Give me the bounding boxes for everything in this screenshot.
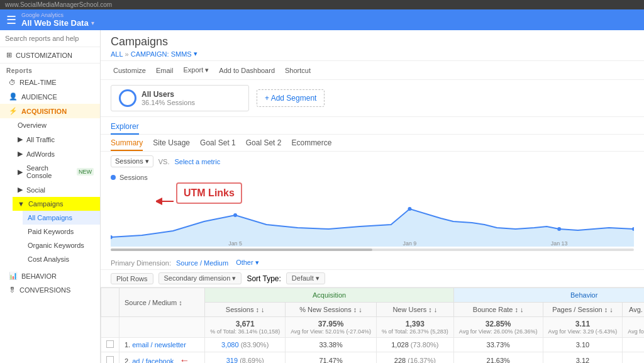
sidebar-search-container (0, 30, 100, 47)
alltraffic-label: All Traffic (26, 136, 55, 143)
breadcrumb-separator: » (125, 50, 129, 58)
legend-dot (111, 175, 116, 180)
sidebar-item-campaigns[interactable]: ▼ Campaigns (13, 197, 100, 211)
sidebar: ⊞ CUSTOMIZATION Reports ⏱ REAL-TIME 👤 AU… (0, 30, 101, 363)
sidebar-item-searchconsole[interactable]: ▶ Search Console NEW (13, 161, 100, 182)
grid-icon: ⊞ (6, 51, 12, 59)
organickeywords-label: Organic Keywords (28, 242, 84, 249)
realtime-label: REAL-TIME (19, 79, 57, 86)
header-dropdown[interactable]: ▾ (91, 20, 94, 26)
sidebar-item-organickeywords[interactable]: Organic Keywords (23, 238, 100, 252)
table-container: Source / Medium ↕ Acquisition Behavior C… (101, 288, 644, 363)
toolbar: Customize Email Export ▾ Add to Dashboar… (101, 61, 644, 80)
row-avg-duration: 00:01:57 (623, 352, 644, 364)
breadcrumb-dropdown[interactable]: ▾ (194, 50, 197, 58)
chart-controls: Sessions ▾ VS. Select a metric (101, 152, 644, 171)
row-checkbox[interactable] (101, 338, 119, 352)
tab-summary[interactable]: Summary (111, 136, 143, 151)
sidebar-item-costanalysis[interactable]: Cost Analysis (23, 252, 100, 266)
sidebar-item-acquisition[interactable]: ⚡ ACQUISITION (0, 104, 100, 118)
th-source-medium[interactable]: Source / Medium ↕ (119, 288, 205, 317)
row-new-users: 1,028 (73.80%) (376, 338, 453, 352)
sidebar-item-paidkeywords[interactable]: Paid Keywords (23, 225, 100, 238)
export-button[interactable]: Export ▾ (180, 65, 211, 75)
tab-siteusage[interactable]: Site Usage (153, 136, 190, 151)
sidebar-item-behavior[interactable]: 📊 BEHAVIOR (0, 269, 100, 283)
metric1-select[interactable]: Sessions ▾ (111, 155, 153, 167)
sidebar-item-social[interactable]: ▶ Social (13, 182, 100, 197)
row-checkbox[interactable] (101, 352, 119, 364)
tab-goalset2[interactable]: Goal Set 2 (246, 136, 282, 151)
th-sessions[interactable]: Sessions ↕ ↓ (205, 303, 286, 317)
th-pages-session[interactable]: Pages / Session ↕ ↓ (543, 303, 623, 317)
total-pages-session-note: Avg for View: 3.29 (-5.43%) (548, 328, 618, 335)
email-button[interactable]: Email (153, 65, 176, 75)
sidebar-item-adwords[interactable]: ▶ AdWords (13, 147, 100, 161)
explorer-tabs: Explorer (101, 117, 644, 135)
breadcrumb-all[interactable]: ALL (111, 50, 123, 58)
th-new-sessions[interactable]: % New Sessions ↕ ↓ (286, 303, 377, 317)
chart-area: Sessions UTM Links (101, 171, 644, 256)
th-new-users[interactable]: New Users ↕ ↓ (376, 303, 453, 317)
row-sessions-pct: (8.69%) (240, 357, 264, 363)
add-segment-button[interactable]: + Add Segment (257, 89, 325, 107)
dimension-source-medium[interactable]: Source / Medium (176, 259, 228, 267)
paidkeywords-label: Paid Keywords (28, 228, 74, 235)
sidebar-item-conversions[interactable]: 🎖 CONVERSIONS (0, 283, 100, 297)
sidebar-item-overview[interactable]: Overview (13, 118, 100, 132)
row-new-sessions: 33.38% (286, 338, 377, 352)
row-source-link[interactable]: ad / facebook (132, 357, 174, 363)
adwords-label: AdWords (26, 150, 55, 158)
th-checkbox (101, 288, 119, 317)
chart-scrollbar[interactable] (111, 249, 634, 251)
sidebar-item-audience[interactable]: 👤 AUDIENCE (0, 89, 100, 104)
table-controls: Plot Rows Secondary dimension ▾ Sort Typ… (101, 270, 644, 288)
sidebar-item-allcampaigns[interactable]: All Campaigns (23, 211, 100, 225)
th-avg-duration[interactable]: Avg. Session Duration ↕ ↓ (623, 303, 644, 317)
dimension-other[interactable]: Other ▾ (236, 259, 259, 267)
content-area: Campaigns ALL » CAMPAIGN: SMMS ▾ Customi… (101, 30, 644, 363)
utm-annotation-box: UTM Links (176, 182, 242, 204)
segment-name: All Users (142, 90, 195, 99)
plot-rows-button[interactable]: Plot Rows (111, 273, 153, 284)
tab-goalset1[interactable]: Goal Set 1 (200, 136, 236, 151)
add-dashboard-button[interactable]: Add to Dashboard (216, 65, 277, 75)
acquisition-icon: ⚡ (9, 107, 18, 115)
breadcrumb-campaign[interactable]: CAMPAIGN: SMMS (131, 50, 192, 58)
sidebar-item-realtime[interactable]: ⏱ REAL-TIME (0, 75, 100, 89)
svg-point-7 (557, 227, 561, 231)
total-label (119, 317, 205, 338)
customization-label: CUSTOMIZATION (16, 52, 72, 59)
secondary-dimension-button[interactable]: Secondary dimension ▾ (158, 272, 242, 284)
audience-label: AUDIENCE (21, 93, 57, 101)
th-bounce-rate[interactable]: Bounce Rate ↕ ↓ (453, 303, 543, 317)
vs-label: VS. (158, 158, 170, 165)
all-users-segment[interactable]: All Users 36.14% Sessions (111, 85, 249, 111)
search-input[interactable] (5, 35, 95, 42)
svg-point-6 (408, 207, 411, 211)
dimension-label: Primary Dimension: (111, 259, 171, 267)
segment-circle (119, 89, 136, 107)
header: ☰ Google Analytics All Web Site Data ▾ (0, 9, 644, 30)
sidebar-item-alltraffic[interactable]: ▶ All Traffic (13, 132, 100, 147)
sort-default-button[interactable]: Default ▾ (286, 272, 325, 284)
row-sessions-value: 3,080 (221, 341, 239, 349)
customize-button[interactable]: Customize (111, 65, 148, 75)
total-pages-session-value: 3.11 (548, 320, 618, 328)
row-source-link[interactable]: email / newsletter (132, 341, 186, 349)
new-badge: NEW (77, 168, 94, 176)
data-table: Source / Medium ↕ Acquisition Behavior C… (101, 288, 644, 363)
total-sessions-pct: % of Total: 36.14% (10,158) (210, 328, 280, 335)
row-source: 1. email / newsletter (119, 338, 205, 352)
chart-legend: Sessions (111, 174, 634, 181)
utm-arrow-icon (156, 195, 175, 209)
total-new-users-value: 1,393 (382, 320, 448, 328)
row-source: 2. ad / facebook ← (119, 352, 205, 364)
customization-button[interactable]: ⊞ CUSTOMIZATION (0, 47, 100, 64)
metric2-select[interactable]: Select a metric (174, 158, 220, 165)
tab-ecommerce[interactable]: Ecommerce (291, 136, 331, 151)
row-pages-session: 3.10 (543, 338, 623, 352)
shortcut-button[interactable]: Shortcut (282, 65, 313, 75)
dimension-bar: Primary Dimension: Source / Medium Other… (101, 256, 644, 270)
site-url: www.SocialMediaManagerSchool.com (5, 1, 112, 8)
